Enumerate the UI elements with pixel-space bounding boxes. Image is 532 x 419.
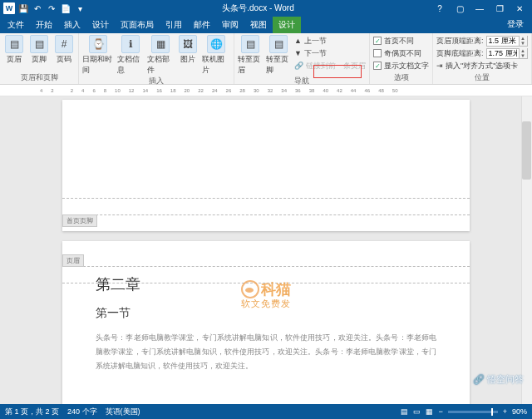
zoom-in-button[interactable]: + bbox=[503, 407, 507, 416]
header-button[interactable]: ▤页眉 bbox=[3, 35, 25, 65]
footer-icon: ▤ bbox=[30, 35, 48, 53]
tab-review[interactable]: 审阅 bbox=[216, 17, 244, 33]
maximize-button[interactable]: ❐ bbox=[490, 4, 509, 13]
minimize-button[interactable]: — bbox=[470, 4, 489, 13]
language-status[interactable]: 英语(美国) bbox=[106, 407, 140, 417]
group-navigation: ▤转至页眉 ▤转至页脚 ▲ 上一节 ▼ 下一节 🔗 链接到前一条页眉 导航 bbox=[234, 33, 370, 84]
body-paragraph: 头条号：李老师电脑教学课堂，专门系统讲解电脑知识，软件使用技巧，欢迎关注。头条号… bbox=[96, 331, 436, 373]
header-distance-spinner[interactable]: ▲▼ bbox=[486, 36, 528, 47]
tab-file[interactable]: 文件 bbox=[2, 17, 30, 33]
ribbon: ▤页眉 ▤页脚 #页码 页眉和页脚 ⌚日期和时间 ℹ文档信息 ▦文档部件 🖼图片… bbox=[0, 33, 532, 85]
group-options: ✓首页不同 奇偶页不同 ✓显示文档文字 选项 bbox=[370, 33, 433, 84]
clock-icon: ⌚ bbox=[89, 35, 107, 53]
footer-distance-spinner[interactable]: ▲▼ bbox=[486, 48, 528, 59]
qat-undo-icon[interactable]: ↶ bbox=[32, 2, 43, 14]
zoom-level[interactable]: 90% bbox=[512, 407, 527, 416]
close-window-button[interactable]: ✕ bbox=[510, 4, 529, 13]
first-page-footer-tag: 首页页脚 bbox=[62, 214, 97, 227]
picture-icon: 🖼 bbox=[179, 35, 197, 53]
tab-mailings[interactable]: 邮件 bbox=[188, 17, 216, 33]
spin-down-icon[interactable]: ▼ bbox=[519, 53, 527, 58]
checkbox-checked-icon: ✓ bbox=[373, 37, 382, 45]
link-previous-button: 🔗 链接到前一条页眉 bbox=[294, 60, 366, 71]
quick-parts-button[interactable]: ▦文档部件 bbox=[147, 35, 174, 76]
zoom-slider[interactable] bbox=[448, 411, 498, 413]
qat-customize-icon[interactable]: ▾ bbox=[74, 2, 86, 14]
different-first-page-checkbox[interactable]: ✓首页不同 bbox=[373, 35, 429, 47]
goto-header-icon: ▤ bbox=[241, 35, 259, 53]
checkbox-checked-icon: ✓ bbox=[373, 62, 382, 70]
ribbon-display-button[interactable]: ▢ bbox=[451, 4, 469, 13]
tab-home[interactable]: 开始 bbox=[30, 17, 58, 33]
read-mode-view-icon[interactable]: ▭ bbox=[413, 407, 421, 416]
window-title: 头条号.docx - Word bbox=[86, 2, 431, 14]
next-section-button[interactable]: ▼ 下一节 bbox=[294, 47, 366, 59]
tab-references[interactable]: 引用 bbox=[160, 17, 188, 33]
page-2[interactable]: 页眉 第二章 第一节 头条号：李老师电脑教学课堂，专门系统讲解电脑知识，软件使用… bbox=[62, 241, 470, 404]
show-document-text-checkbox[interactable]: ✓显示文档文字 bbox=[373, 60, 429, 71]
qat-new-icon[interactable]: 📄 bbox=[60, 2, 71, 14]
header-icon: ▤ bbox=[5, 35, 23, 53]
group-label: 位置 bbox=[436, 72, 528, 84]
status-bar: 第 1 页，共 2 页 240 个字 英语(美国) ▤ ▭ ▦ − + 90% bbox=[0, 404, 532, 419]
title-bar: W 💾 ↶ ↷ 📄 ▾ 头条号.docx - Word ? ▢ — ❐ ✕ 页眉… bbox=[0, 0, 532, 17]
heading-1: 第二章 bbox=[96, 274, 436, 294]
document-area[interactable]: 首页页脚 页眉 第二章 第一节 头条号：李老师电脑教学课堂，专门系统讲解电脑知识… bbox=[0, 96, 532, 404]
print-layout-view-icon[interactable]: ▤ bbox=[401, 407, 408, 416]
previous-section-button[interactable]: ▲ 上一节 bbox=[294, 35, 366, 47]
footer-button[interactable]: ▤页脚 bbox=[28, 35, 50, 65]
qat-redo-icon[interactable]: ↷ bbox=[46, 2, 57, 14]
page-1[interactable]: 首页页脚 bbox=[62, 100, 470, 231]
word-logo-icon: W bbox=[3, 2, 15, 14]
page-number-icon: # bbox=[55, 35, 73, 53]
zoom-out-button[interactable]: − bbox=[438, 407, 442, 416]
help-button[interactable]: ? bbox=[431, 4, 449, 13]
parts-icon: ▦ bbox=[151, 35, 170, 53]
tab-header-footer-design[interactable]: 设计 bbox=[273, 17, 301, 33]
tab-view[interactable]: 视图 bbox=[244, 17, 273, 33]
source-watermark: 🔗 悟空问答 bbox=[473, 373, 524, 386]
header-tag: 页眉 bbox=[62, 254, 84, 267]
info-icon: ℹ bbox=[121, 35, 140, 53]
insert-alignment-tab-button[interactable]: ⇥ 插入"对齐方式"选项卡 bbox=[436, 60, 528, 71]
page-count-status[interactable]: 第 1 页，共 2 页 bbox=[5, 407, 59, 417]
horizontal-ruler[interactable]: 4224681012141618202224262830323436384042… bbox=[0, 85, 532, 96]
pictures-button[interactable]: 🖼图片 bbox=[177, 35, 199, 65]
header-distance-label: 页眉顶端距离: bbox=[436, 36, 484, 47]
group-position: 页眉顶端距离: ▲▼ 页脚底端距离: ▲▼ ⇥ 插入"对齐方式"选项卡 位置 bbox=[433, 33, 532, 84]
group-label: 选项 bbox=[373, 72, 429, 84]
web-layout-view-icon[interactable]: ▦ bbox=[426, 407, 433, 416]
goto-header-button[interactable]: ▤转至页眉 bbox=[238, 35, 263, 76]
tab-layout[interactable]: 页面布局 bbox=[115, 17, 160, 33]
vertical-scrollbar[interactable] bbox=[521, 96, 532, 404]
tab-design[interactable]: 设计 bbox=[86, 17, 115, 33]
group-label: 页眉和页脚 bbox=[3, 72, 75, 84]
goto-footer-icon: ▤ bbox=[269, 35, 288, 53]
word-count-status[interactable]: 240 个字 bbox=[67, 407, 97, 417]
checkbox-icon bbox=[373, 49, 382, 57]
tab-insert[interactable]: 插入 bbox=[58, 17, 86, 33]
different-odd-even-checkbox[interactable]: 奇偶页不同 bbox=[373, 47, 429, 59]
doc-info-button[interactable]: ℹ文档信息 bbox=[117, 35, 144, 76]
online-pictures-button[interactable]: 🌐联机图片 bbox=[202, 35, 230, 76]
heading-2: 第一节 bbox=[96, 306, 436, 321]
footer-distance-label: 页脚底端距离: bbox=[436, 48, 484, 59]
ribbon-tabs: 文件 开始 插入 设计 页面布局 引用 邮件 审阅 视图 设计 登录 bbox=[0, 17, 532, 33]
qat-save-icon[interactable]: 💾 bbox=[17, 2, 29, 14]
spin-down-icon[interactable]: ▼ bbox=[519, 41, 527, 46]
goto-footer-button[interactable]: ▤转至页脚 bbox=[266, 35, 291, 76]
page-number-button[interactable]: #页码 bbox=[53, 35, 75, 65]
group-header-footer: ▤页眉 ▤页脚 #页码 页眉和页脚 bbox=[0, 33, 79, 84]
group-insert: ⌚日期和时间 ℹ文档信息 ▦文档部件 🖼图片 🌐联机图片 插入 bbox=[79, 33, 234, 84]
online-picture-icon: 🌐 bbox=[207, 35, 225, 53]
sign-in-link[interactable]: 登录 bbox=[507, 18, 524, 30]
scrollbar-thumb[interactable] bbox=[522, 121, 531, 180]
date-time-button[interactable]: ⌚日期和时间 bbox=[82, 35, 114, 76]
